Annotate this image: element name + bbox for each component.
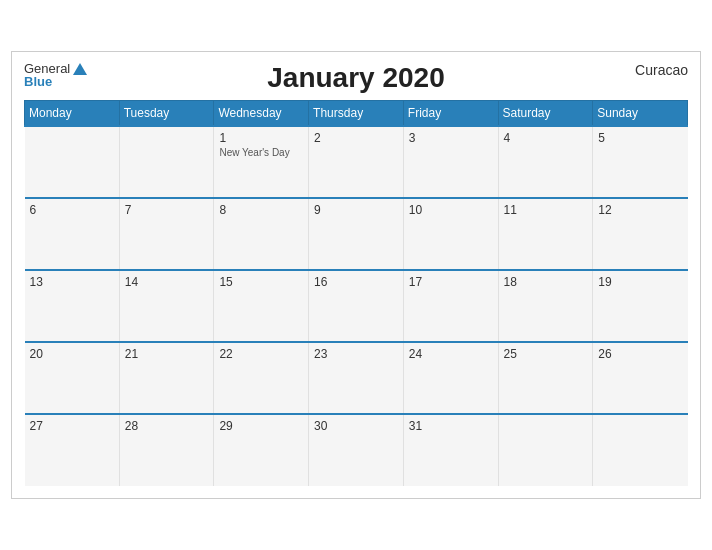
day-event: New Year's Day [219,147,303,158]
day-number: 22 [219,347,303,361]
day-number: 8 [219,203,303,217]
calendar-week-row: 6789101112 [25,198,688,270]
calendar-day-cell: 4 [498,126,593,198]
calendar-table: MondayTuesdayWednesdayThursdayFridaySatu… [24,100,688,486]
calendar-day-cell: 23 [309,342,404,414]
calendar-day-cell: 20 [25,342,120,414]
calendar-day-cell [25,126,120,198]
calendar-day-cell: 26 [593,342,688,414]
weekday-header-thursday: Thursday [309,101,404,127]
calendar-day-cell: 25 [498,342,593,414]
calendar-day-cell: 22 [214,342,309,414]
day-number: 13 [30,275,114,289]
calendar-week-row: 13141516171819 [25,270,688,342]
calendar-day-cell: 12 [593,198,688,270]
calendar-day-cell: 14 [119,270,214,342]
calendar-day-cell: 21 [119,342,214,414]
day-number: 18 [504,275,588,289]
day-number: 15 [219,275,303,289]
weekday-header-monday: Monday [25,101,120,127]
calendar-day-cell: 27 [25,414,120,486]
calendar-day-cell: 29 [214,414,309,486]
day-number: 25 [504,347,588,361]
day-number: 16 [314,275,398,289]
day-number: 17 [409,275,493,289]
day-number: 7 [125,203,209,217]
calendar-header: General Blue January 2020 Curacao [24,62,688,94]
day-number: 5 [598,131,682,145]
calendar-container: General Blue January 2020 Curacao Monday… [11,51,701,499]
calendar-day-cell: 1New Year's Day [214,126,309,198]
calendar-day-cell: 2 [309,126,404,198]
day-number: 28 [125,419,209,433]
weekday-header-row: MondayTuesdayWednesdayThursdayFridaySatu… [25,101,688,127]
calendar-day-cell: 13 [25,270,120,342]
day-number: 27 [30,419,114,433]
calendar-day-cell: 30 [309,414,404,486]
calendar-day-cell [593,414,688,486]
country-label: Curacao [635,62,688,78]
day-number: 14 [125,275,209,289]
calendar-body: 1New Year's Day2345678910111213141516171… [25,126,688,486]
calendar-day-cell: 24 [403,342,498,414]
day-number: 4 [504,131,588,145]
weekday-header-tuesday: Tuesday [119,101,214,127]
calendar-day-cell: 19 [593,270,688,342]
calendar-week-row: 20212223242526 [25,342,688,414]
day-number: 9 [314,203,398,217]
day-number: 26 [598,347,682,361]
calendar-day-cell: 8 [214,198,309,270]
day-number: 23 [314,347,398,361]
calendar-day-cell: 7 [119,198,214,270]
day-number: 29 [219,419,303,433]
logo-blue-text: Blue [24,75,52,88]
calendar-day-cell [119,126,214,198]
calendar-day-cell: 5 [593,126,688,198]
weekday-header-wednesday: Wednesday [214,101,309,127]
weekday-header-sunday: Sunday [593,101,688,127]
weekday-header-saturday: Saturday [498,101,593,127]
weekday-header-friday: Friday [403,101,498,127]
calendar-week-row: 1New Year's Day2345 [25,126,688,198]
day-number: 3 [409,131,493,145]
day-number: 11 [504,203,588,217]
calendar-day-cell: 16 [309,270,404,342]
day-number: 31 [409,419,493,433]
day-number: 10 [409,203,493,217]
day-number: 2 [314,131,398,145]
day-number: 6 [30,203,114,217]
calendar-week-row: 2728293031 [25,414,688,486]
day-number: 19 [598,275,682,289]
calendar-day-cell: 28 [119,414,214,486]
day-number: 30 [314,419,398,433]
calendar-day-cell [498,414,593,486]
logo-triangle-icon [73,63,87,75]
calendar-day-cell: 17 [403,270,498,342]
day-number: 21 [125,347,209,361]
day-number: 1 [219,131,303,145]
day-number: 12 [598,203,682,217]
calendar-day-cell: 6 [25,198,120,270]
calendar-day-cell: 9 [309,198,404,270]
calendar-day-cell: 31 [403,414,498,486]
calendar-day-cell: 10 [403,198,498,270]
day-number: 24 [409,347,493,361]
calendar-day-cell: 11 [498,198,593,270]
calendar-day-cell: 18 [498,270,593,342]
day-number: 20 [30,347,114,361]
logo: General Blue [24,62,87,88]
calendar-title: January 2020 [24,62,688,94]
calendar-day-cell: 3 [403,126,498,198]
calendar-day-cell: 15 [214,270,309,342]
